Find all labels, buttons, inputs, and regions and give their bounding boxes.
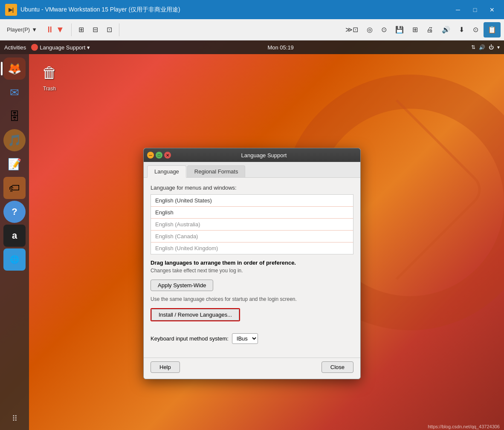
dialog-window-controls: ─ □ ✕ — [147, 152, 171, 159]
vm-icon: ▶| — [5, 4, 17, 16]
cd-icon: ◎ — [367, 26, 373, 34]
download-button[interactable]: ⬇ — [455, 22, 468, 38]
volume-indicator-icon[interactable]: 🔊 — [479, 44, 485, 50]
vmware-toolbar: Player(P) ▼ ⏸ ▼ ⊞ ⊟ ⊡ ≫⊡ ◎ ⊙ 💾 ⊞ 🖨 🔊 ⬇ ⊙… — [0, 19, 504, 40]
keyboard-input-row: Keyboard input method system: IBus — [151, 333, 353, 344]
toolbar-separator-1 — [71, 23, 72, 36]
full-screen-button[interactable]: ⊡ — [103, 22, 116, 38]
minimize-button[interactable]: ─ — [451, 4, 465, 16]
dialog-footer: Help Close — [144, 358, 360, 379]
ubuntu-panel: Activities Language Support ▾ Mon 05:19 … — [0, 40, 504, 54]
apply-system-wide-button[interactable]: Apply System-Wide — [151, 280, 213, 291]
help-button[interactable]: Help — [151, 361, 180, 373]
maximize-button[interactable]: □ — [468, 4, 482, 16]
console-icon: 📋 — [488, 26, 496, 34]
panel-app-label: Language Support — [40, 44, 85, 51]
usb-button[interactable]: ⊞ — [409, 22, 421, 38]
settings-button[interactable]: ⊙ — [469, 22, 482, 38]
panel-right-indicators: ⇅ 🔊 ⏻ ▾ — [471, 44, 500, 50]
toolbar-separator-2 — [119, 23, 119, 36]
lang-item-en-us[interactable]: English (United States) — [151, 195, 353, 207]
print-icon: 🖨 — [426, 26, 433, 34]
audio-button[interactable]: 🔊 — [438, 22, 454, 38]
window-controls: ─ □ ✕ — [451, 4, 499, 16]
drag-hint-text: Drag languages to arrange them in order … — [151, 260, 353, 266]
pause-button[interactable]: ⏸ ▼ — [42, 22, 68, 38]
dialog-tabs: Language Regional Formats — [144, 162, 360, 178]
fit-icon: ⊟ — [93, 26, 98, 34]
panel-app-icon — [31, 44, 38, 51]
cd-button[interactable]: ◎ — [363, 22, 376, 38]
lang-item-en-ca[interactable]: English (Canada) — [151, 231, 353, 242]
pause-dropdown-arrow: ▼ — [56, 25, 64, 35]
usb-icon: ⊞ — [412, 26, 418, 34]
dialog-minimize-button[interactable]: ─ — [147, 152, 154, 159]
install-remove-btn-wrapper: Install / Remove Languages... — [151, 308, 240, 321]
panel-app-menu[interactable]: Language Support ▾ — [31, 44, 90, 51]
language-section-label: Language for menus and windows: — [151, 185, 353, 191]
dvd-icon: ⊙ — [381, 26, 387, 34]
lang-item-en-gb[interactable]: English (United Kingdom) — [151, 242, 353, 254]
dialog-title: Language Support — [171, 152, 357, 159]
apply-hint-text: Use the same language choices for startu… — [151, 296, 353, 302]
console-button[interactable]: 📋 — [484, 22, 501, 38]
dialog-overlay: ─ □ ✕ Language Support Language Regional… — [0, 54, 504, 430]
lang-item-en-au[interactable]: English (Australia) — [151, 219, 353, 231]
audio-icon: 🔊 — [442, 26, 450, 34]
ubuntu-desktop: Activities Language Support ▾ Mon 05:19 … — [0, 40, 504, 430]
send-key-button[interactable]: ⊞ — [75, 22, 87, 38]
language-list: English (United States) English English … — [151, 194, 353, 254]
send-key-icon: ⊞ — [78, 26, 84, 34]
keyboard-label: Keyboard input method system: — [151, 335, 229, 342]
floppy-icon: 💾 — [395, 26, 404, 34]
language-support-dialog: ─ □ ✕ Language Support Language Regional… — [143, 148, 361, 379]
drag-hint-sub-text: Changes take effect next time you log in… — [151, 268, 353, 274]
close-dialog-button[interactable]: Close — [322, 361, 353, 373]
dialog-close-button[interactable]: ✕ — [164, 152, 171, 159]
floppy-button[interactable]: 💾 — [392, 22, 407, 38]
print-button[interactable]: 🖨 — [423, 22, 437, 38]
keyboard-method-select[interactable]: IBus — [232, 333, 258, 344]
download-icon: ⬇ — [459, 26, 464, 34]
panel-clock: Mon 05:19 — [90, 44, 471, 51]
network-icon: ≫⊡ — [345, 26, 358, 34]
dropdown-arrow-icon: ▼ — [32, 26, 37, 33]
full-screen-icon: ⊡ — [107, 26, 112, 34]
tab-regional-formats[interactable]: Regional Formats — [187, 165, 246, 177]
install-remove-languages-button[interactable]: Install / Remove Languages... — [151, 309, 239, 320]
player-label: Player(P) — [7, 26, 30, 33]
pause-icon: ⏸ — [46, 25, 54, 35]
dialog-content: Language Regional Formats Language for m… — [144, 162, 360, 379]
window-title: Ubuntu - VMware Workstation 15 Player (仅… — [20, 6, 451, 14]
power-indicator-icon[interactable]: ⏻ — [489, 44, 494, 50]
close-button[interactable]: ✕ — [485, 4, 499, 16]
tab-language[interactable]: Language — [147, 165, 186, 178]
activities-button[interactable]: Activities — [4, 44, 26, 51]
vmware-titlebar: ▶| Ubuntu - VMware Workstation 15 Player… — [0, 0, 504, 19]
lang-item-en[interactable]: English — [151, 207, 353, 219]
network-indicator-icon[interactable]: ⇅ — [471, 44, 475, 50]
dvd-button[interactable]: ⊙ — [378, 22, 390, 38]
panel-app-arrow-icon: ▾ — [87, 44, 90, 51]
dialog-body: Language for menus and windows: English … — [144, 178, 360, 358]
dialog-maximize-button[interactable]: □ — [156, 152, 162, 159]
fit-button[interactable]: ⊟ — [89, 22, 101, 38]
system-menu-arrow-icon[interactable]: ▾ — [497, 44, 500, 50]
settings-icon: ⊙ — [473, 26, 478, 34]
network-button[interactable]: ≫⊡ — [342, 22, 362, 38]
dialog-titlebar: ─ □ ✕ Language Support — [144, 148, 360, 162]
player-menu-button[interactable]: Player(P) ▼ — [3, 22, 41, 38]
drag-hint-bold: Drag languages to arrange them in order … — [151, 260, 296, 266]
